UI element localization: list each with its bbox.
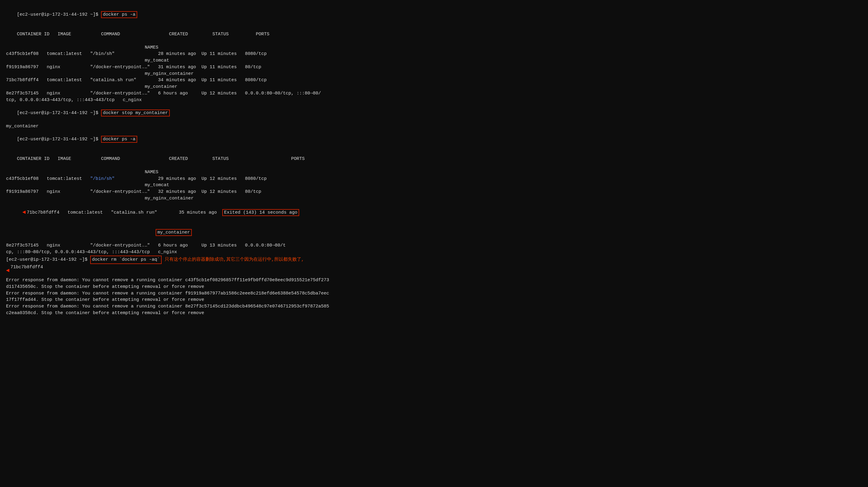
table2-row-2-name: my_nginx_container <box>6 195 862 202</box>
command-line-1: [ec2-user@ip-172-31-44-192 ~]$ docker ps… <box>6 5 862 25</box>
cmd-box-1: docker ps -a <box>101 11 137 18</box>
table-row-4-cont: tcp, 0.0.0.0:443→443/tcp, :::443→443/tcp… <box>6 97 862 103</box>
table-header-1: CONTAINER ID IMAGE COMMAND CREATED STATU… <box>6 25 862 44</box>
col-container-id: CONTAINER ID <box>17 32 58 37</box>
table-row-3: 71bc7b8fdff4 tomcat:latest "catalina.sh … <box>6 77 862 84</box>
table2-row-3-name: my_container <box>6 223 862 242</box>
col-ports: PORTS <box>256 32 269 37</box>
table-row-1: c43f5cb1ef08 tomcat:latest "/bin/sh" 28 … <box>6 51 862 57</box>
table-header-names-2: NAMES <box>6 169 862 176</box>
prompt-stop: [ec2-user@ip-172-31-44-192 ~]$ <box>17 111 101 116</box>
table2-row-1: c43f5cb1ef08 tomcat:latest "/bin/sh" 29 … <box>6 176 862 182</box>
table-row-2: f91919a86797 nginx "/docker-entrypoint.…… <box>6 64 862 70</box>
table-row-4: 8e27f3c57145 nginx "/docker-entrypoint.…… <box>6 90 862 97</box>
table2-row-4: 8e27f3c57145 nginx "/docker-entrypoint.…… <box>6 242 862 249</box>
table2-row-1-name: my_tomcat <box>6 182 862 189</box>
table-row-1-name: my_tomcat <box>6 57 862 64</box>
cmd-blue-1: "/bin/sh" <box>90 176 115 181</box>
command-line-stop: [ec2-user@ip-172-31-44-192 ~]$ docker st… <box>6 103 862 123</box>
error-3: Error response from daemon: You cannot r… <box>6 303 862 310</box>
col-status: STATUS <box>212 32 256 37</box>
error-1-cont: d117435650c. Stop the container before a… <box>6 284 862 290</box>
table-header-names-1: NAMES <box>6 44 862 51</box>
command-line-rm: [ec2-user@ip-172-31-44-192 ~]$ docker rm… <box>6 255 862 264</box>
rm-output: ◀71bc7b8fdff4 <box>6 264 862 277</box>
arrow-rm: ◀ <box>6 267 9 274</box>
prompt-2: [ec2-user@ip-172-31-44-192 ~]$ <box>17 137 101 142</box>
cmd-box-rm: docker rm `docker ps -aq` <box>90 255 162 264</box>
error-1: Error response from daemon: You cannot r… <box>6 277 862 284</box>
cmd-box-stop: docker stop my_container <box>101 110 170 117</box>
error-2-cont: 17f17ffad44. Stop the container before a… <box>6 297 862 303</box>
stop-output: my_container <box>6 123 862 130</box>
my-container-name-boxed: my_container <box>156 229 192 236</box>
annotation-rm: 只有这个停止的容器删除成功,其它三个因为在运行中,所以都失败了, <box>165 256 304 263</box>
cmd-box-2: docker ps -a <box>101 136 137 143</box>
table-header-2: CONTAINER ID IMAGE COMMAND CREATED STATU… <box>6 149 862 169</box>
arrow-indicator: ◀ <box>22 209 26 215</box>
table-row-3-name: my_container <box>6 84 862 90</box>
table-row-2-name: my_nginx_container <box>6 70 862 77</box>
error-2: Error response from daemon: You cannot r… <box>6 290 862 297</box>
exited-status: Exited (143) 14 seconds ago <box>222 209 299 216</box>
terminal: [ec2-user@ip-172-31-44-192 ~]$ docker ps… <box>6 5 862 316</box>
prompt-1: [ec2-user@ip-172-31-44-192 ~]$ <box>17 12 101 17</box>
col-image: IMAGE <box>58 32 101 37</box>
table2-row-3-container: ◀71bc7b8fdff4 tomcat:latest "catalina.sh… <box>6 202 862 223</box>
command-line-2: [ec2-user@ip-172-31-44-192 ~]$ docker ps… <box>6 129 862 149</box>
table2-row-3: ◀71bc7b8fdff4 tomcat:latest "catalina.sh… <box>6 202 299 223</box>
error-3-cont: c2eaa0358cd. Stop the container before a… <box>6 310 862 316</box>
table2-row-2: f91919a86797 nginx "/docker-entrypoint.…… <box>6 189 862 195</box>
prompt-rm: [ec2-user@ip-172-31-44-192 ~]$ <box>6 256 90 263</box>
table2-row-4-cont: cp, :::80→80/tcp, 0.0.0.0:443→443/tcp, :… <box>6 249 862 255</box>
col-created: CREATED <box>169 32 212 37</box>
col-command: COMMAND <box>101 32 169 37</box>
